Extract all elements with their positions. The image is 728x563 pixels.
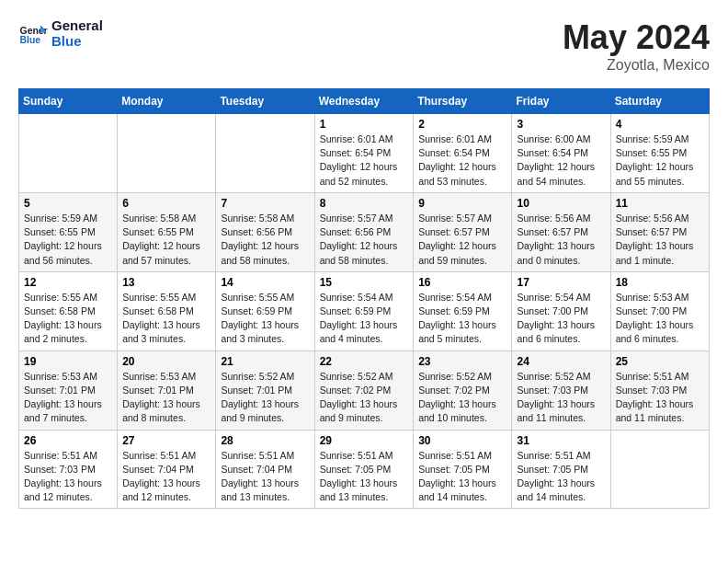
logo: General Blue General Blue	[18, 18, 103, 49]
calendar-week-2: 5Sunrise: 5:59 AM Sunset: 6:55 PM Daylig…	[19, 192, 710, 271]
calendar-cell: 25Sunrise: 5:51 AM Sunset: 7:03 PM Dayli…	[610, 350, 709, 430]
svg-text:Blue: Blue	[20, 34, 41, 44]
day-number: 10	[517, 197, 605, 210]
day-info: Sunrise: 5:58 AM Sunset: 6:56 PM Dayligh…	[221, 212, 309, 268]
day-info: Sunrise: 5:52 AM Sunset: 7:01 PM Dayligh…	[221, 370, 309, 426]
calendar-cell	[118, 114, 216, 193]
calendar-cell: 26Sunrise: 5:51 AM Sunset: 7:03 PM Dayli…	[19, 430, 118, 509]
day-info: Sunrise: 5:54 AM Sunset: 6:59 PM Dayligh…	[418, 291, 506, 347]
day-info: Sunrise: 5:51 AM Sunset: 7:03 PM Dayligh…	[616, 370, 704, 426]
day-number: 14	[221, 276, 309, 289]
day-number: 5	[24, 197, 112, 210]
calendar-cell: 17Sunrise: 5:54 AM Sunset: 7:00 PM Dayli…	[512, 271, 610, 350]
day-number: 20	[122, 355, 210, 368]
location-title: Zoyotla, Mexico	[563, 57, 710, 74]
calendar-week-4: 19Sunrise: 5:53 AM Sunset: 7:01 PM Dayli…	[19, 350, 710, 430]
calendar-table: SundayMondayTuesdayWednesdayThursdayFrid…	[18, 88, 710, 509]
calendar-cell: 2Sunrise: 6:01 AM Sunset: 6:54 PM Daylig…	[414, 114, 512, 193]
calendar-week-5: 26Sunrise: 5:51 AM Sunset: 7:03 PM Dayli…	[19, 430, 710, 509]
logo-icon: General Blue	[18, 19, 48, 49]
calendar-cell: 7Sunrise: 5:58 AM Sunset: 6:56 PM Daylig…	[216, 192, 314, 271]
day-number: 21	[221, 355, 309, 368]
day-info: Sunrise: 5:56 AM Sunset: 6:57 PM Dayligh…	[616, 212, 704, 268]
calendar-cell: 8Sunrise: 5:57 AM Sunset: 6:56 PM Daylig…	[314, 192, 414, 271]
calendar-cell: 24Sunrise: 5:52 AM Sunset: 7:03 PM Dayli…	[512, 350, 610, 430]
day-number: 12	[24, 276, 112, 289]
day-number: 8	[320, 197, 409, 210]
logo-general-text: General	[51, 18, 103, 34]
calendar-cell: 18Sunrise: 5:53 AM Sunset: 7:00 PM Dayli…	[610, 271, 709, 350]
day-info: Sunrise: 5:51 AM Sunset: 7:04 PM Dayligh…	[122, 449, 210, 505]
calendar-cell: 6Sunrise: 5:58 AM Sunset: 6:55 PM Daylig…	[118, 192, 216, 271]
weekday-header-monday: Monday	[118, 89, 216, 114]
weekday-header-saturday: Saturday	[610, 89, 709, 114]
day-number: 19	[24, 355, 112, 368]
weekday-header-sunday: Sunday	[19, 89, 118, 114]
day-number: 25	[616, 355, 704, 368]
day-info: Sunrise: 5:54 AM Sunset: 6:59 PM Dayligh…	[320, 291, 409, 347]
weekday-header-friday: Friday	[512, 89, 610, 114]
calendar-header-row: SundayMondayTuesdayWednesdayThursdayFrid…	[19, 89, 710, 114]
title-block: May 2024 Zoyotla, Mexico	[563, 18, 710, 74]
calendar-cell: 12Sunrise: 5:55 AM Sunset: 6:58 PM Dayli…	[19, 271, 118, 350]
calendar-cell: 15Sunrise: 5:54 AM Sunset: 6:59 PM Dayli…	[314, 271, 414, 350]
day-info: Sunrise: 5:55 AM Sunset: 6:58 PM Dayligh…	[122, 291, 210, 347]
day-info: Sunrise: 5:51 AM Sunset: 7:05 PM Dayligh…	[517, 449, 605, 505]
day-info: Sunrise: 5:58 AM Sunset: 6:55 PM Dayligh…	[122, 212, 210, 268]
day-number: 23	[418, 355, 506, 368]
day-info: Sunrise: 6:01 AM Sunset: 6:54 PM Dayligh…	[320, 132, 409, 189]
day-info: Sunrise: 5:51 AM Sunset: 7:03 PM Dayligh…	[24, 449, 112, 505]
day-info: Sunrise: 5:51 AM Sunset: 7:05 PM Dayligh…	[418, 449, 506, 505]
calendar-cell	[19, 114, 118, 193]
day-number: 27	[122, 434, 210, 447]
day-info: Sunrise: 5:51 AM Sunset: 7:04 PM Dayligh…	[221, 449, 309, 505]
day-number: 28	[221, 434, 309, 447]
calendar-cell: 23Sunrise: 5:52 AM Sunset: 7:02 PM Dayli…	[414, 350, 512, 430]
day-number: 2	[418, 118, 506, 131]
calendar-cell: 21Sunrise: 5:52 AM Sunset: 7:01 PM Dayli…	[216, 350, 314, 430]
month-title: May 2024	[563, 18, 710, 57]
calendar-cell	[216, 114, 314, 193]
day-number: 16	[418, 276, 506, 289]
day-info: Sunrise: 5:52 AM Sunset: 7:02 PM Dayligh…	[418, 370, 506, 426]
day-number: 15	[320, 276, 409, 289]
day-number: 22	[320, 355, 409, 368]
day-info: Sunrise: 5:52 AM Sunset: 7:02 PM Dayligh…	[320, 370, 409, 426]
day-number: 29	[320, 434, 409, 447]
weekday-header-tuesday: Tuesday	[216, 89, 314, 114]
day-number: 26	[24, 434, 112, 447]
day-number: 24	[517, 355, 605, 368]
calendar-cell: 20Sunrise: 5:53 AM Sunset: 7:01 PM Dayli…	[118, 350, 216, 430]
day-number: 7	[221, 197, 309, 210]
weekday-header-thursday: Thursday	[414, 89, 512, 114]
weekday-header-wednesday: Wednesday	[314, 89, 414, 114]
calendar-cell: 29Sunrise: 5:51 AM Sunset: 7:05 PM Dayli…	[314, 430, 414, 509]
calendar-cell: 11Sunrise: 5:56 AM Sunset: 6:57 PM Dayli…	[610, 192, 709, 271]
calendar-cell: 19Sunrise: 5:53 AM Sunset: 7:01 PM Dayli…	[19, 350, 118, 430]
calendar-cell: 14Sunrise: 5:55 AM Sunset: 6:59 PM Dayli…	[216, 271, 314, 350]
calendar-cell: 27Sunrise: 5:51 AM Sunset: 7:04 PM Dayli…	[118, 430, 216, 509]
calendar-cell: 28Sunrise: 5:51 AM Sunset: 7:04 PM Dayli…	[216, 430, 314, 509]
day-number: 9	[418, 197, 506, 210]
calendar-week-1: 1Sunrise: 6:01 AM Sunset: 6:54 PM Daylig…	[19, 114, 710, 193]
day-number: 30	[418, 434, 506, 447]
calendar-cell: 16Sunrise: 5:54 AM Sunset: 6:59 PM Dayli…	[414, 271, 512, 350]
day-number: 6	[122, 197, 210, 210]
day-info: Sunrise: 5:57 AM Sunset: 6:57 PM Dayligh…	[418, 212, 506, 268]
day-info: Sunrise: 5:51 AM Sunset: 7:05 PM Dayligh…	[320, 449, 409, 505]
calendar-cell: 31Sunrise: 5:51 AM Sunset: 7:05 PM Dayli…	[512, 430, 610, 509]
day-info: Sunrise: 5:52 AM Sunset: 7:03 PM Dayligh…	[517, 370, 605, 426]
logo-blue-text: Blue	[51, 34, 103, 50]
day-info: Sunrise: 6:01 AM Sunset: 6:54 PM Dayligh…	[418, 132, 506, 189]
calendar-cell: 30Sunrise: 5:51 AM Sunset: 7:05 PM Dayli…	[414, 430, 512, 509]
calendar-cell: 4Sunrise: 5:59 AM Sunset: 6:55 PM Daylig…	[610, 114, 709, 193]
day-info: Sunrise: 5:55 AM Sunset: 6:59 PM Dayligh…	[221, 291, 309, 347]
day-info: Sunrise: 5:59 AM Sunset: 6:55 PM Dayligh…	[24, 212, 112, 268]
day-info: Sunrise: 5:59 AM Sunset: 6:55 PM Dayligh…	[616, 132, 704, 189]
day-number: 4	[616, 118, 704, 131]
day-number: 31	[517, 434, 605, 447]
day-info: Sunrise: 5:53 AM Sunset: 7:00 PM Dayligh…	[616, 291, 704, 347]
day-info: Sunrise: 5:53 AM Sunset: 7:01 PM Dayligh…	[122, 370, 210, 426]
day-info: Sunrise: 5:55 AM Sunset: 6:58 PM Dayligh…	[24, 291, 112, 347]
day-info: Sunrise: 5:57 AM Sunset: 6:56 PM Dayligh…	[320, 212, 409, 268]
